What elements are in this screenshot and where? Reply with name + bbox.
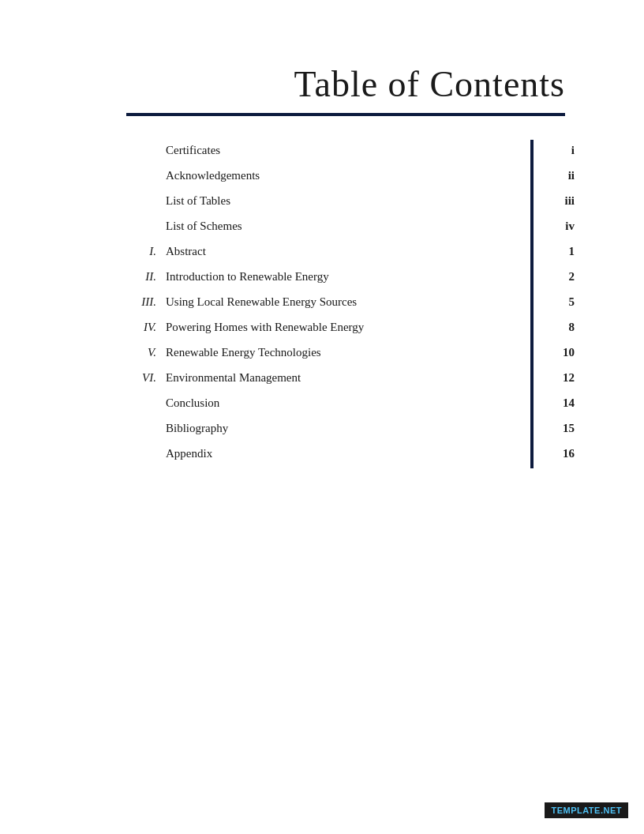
title-underline	[126, 113, 565, 116]
toc-row-title: Certificates	[166, 140, 549, 161]
toc-row-number: I.	[126, 245, 166, 258]
toc-row-number: II.	[126, 270, 166, 284]
toc-row-title: Powering Homes with Renewable Energy	[166, 317, 549, 338]
toc-container: CertificatesiAcknowledgementsiiList of T…	[0, 140, 644, 468]
toc-row: III.Using Local Renewable Energy Sources…	[126, 291, 581, 317]
watermark-brand: TEMPLATE	[551, 806, 600, 815]
watermark: TEMPLATE.NET	[545, 802, 628, 818]
page-title: Table of Contents	[0, 63, 565, 105]
toc-row-title: Appendix	[166, 443, 549, 464]
toc-row-title: Conclusion	[166, 393, 549, 414]
toc-list: CertificatesiAcknowledgementsiiList of T…	[126, 140, 581, 468]
toc-row: V.Renewable Energy Technologies10	[126, 342, 581, 367]
toc-row-number: III.	[126, 295, 166, 309]
toc-row-title: Bibliography	[166, 418, 549, 439]
toc-row-page: 15	[549, 422, 581, 435]
toc-row-number: IV.	[126, 321, 166, 334]
toc-row-page: 10	[549, 346, 581, 359]
toc-row: Conclusion14	[126, 393, 581, 418]
toc-row: VI.Environmental Management12	[126, 367, 581, 393]
toc-row-page: 8	[549, 321, 581, 334]
page: Table of Contents CertificatesiAcknowled…	[0, 0, 644, 834]
toc-row-page: 16	[549, 447, 581, 460]
toc-row-page: ii	[549, 169, 581, 182]
toc-row: List of Tablesiii	[126, 190, 581, 216]
toc-row-number: V.	[126, 346, 166, 359]
toc-row-title: Environmental Management	[166, 367, 549, 389]
toc-row-page: iv	[549, 220, 581, 233]
toc-row: IV.Powering Homes with Renewable Energy8	[126, 317, 581, 342]
toc-row: I.Abstract1	[126, 241, 581, 266]
toc-row-title: List of Tables	[166, 190, 549, 212]
toc-row-page: 14	[549, 396, 581, 410]
toc-row: Appendix16	[126, 443, 581, 468]
toc-row: Acknowledgementsii	[126, 165, 581, 190]
toc-row: Bibliography15	[126, 418, 581, 443]
toc-row-page: 12	[549, 371, 581, 385]
toc-row-title: Renewable Energy Technologies	[166, 342, 549, 363]
toc-row-page: 5	[549, 295, 581, 309]
toc-row: II.Introduction to Renewable Energy2	[126, 266, 581, 291]
toc-row-page: i	[549, 144, 581, 157]
toc-row-number: VI.	[126, 371, 166, 385]
toc-row-title: Acknowledgements	[166, 165, 549, 186]
toc-row-title: Using Local Renewable Energy Sources	[166, 291, 549, 313]
toc-row-title: Abstract	[166, 241, 549, 262]
toc-row: Certificatesi	[126, 140, 581, 165]
toc-row: List of Schemesiv	[126, 216, 581, 241]
toc-row-page: 1	[549, 245, 581, 258]
title-section: Table of Contents	[0, 63, 644, 105]
toc-row-page: iii	[549, 194, 581, 208]
toc-row-title: List of Schemes	[166, 216, 549, 237]
toc-row-title: Introduction to Renewable Energy	[166, 266, 549, 287]
toc-row-page: 2	[549, 270, 581, 284]
watermark-suffix: .NET	[601, 806, 622, 815]
